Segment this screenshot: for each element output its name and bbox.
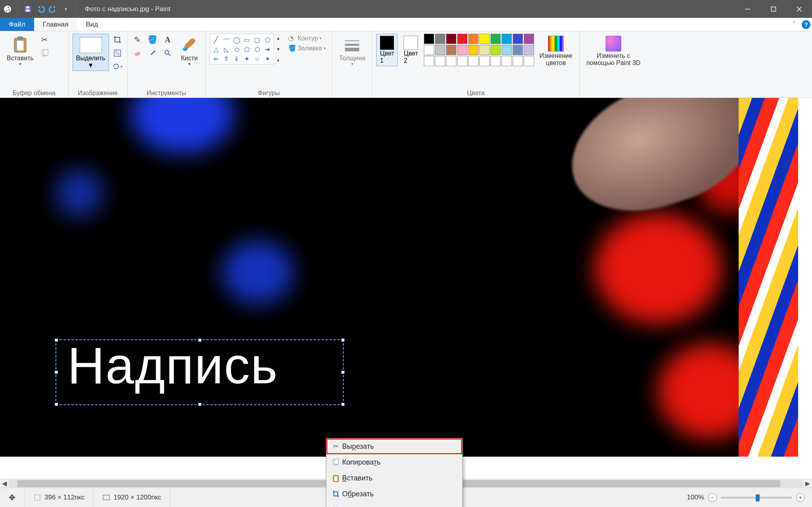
color-swatch[interactable] [502,34,512,44]
edit-colors-button[interactable]: Изменение цветов [536,34,575,68]
color-swatch[interactable] [435,45,445,55]
shape-oval-icon[interactable]: ◯ [232,35,241,44]
color-swatch[interactable] [435,34,445,44]
color-swatch[interactable] [468,34,479,44]
customize-qat-icon[interactable]: ▾ [61,4,71,14]
color-swatch[interactable] [524,45,534,55]
color-swatch[interactable] [468,56,479,66]
ctx-select-all[interactable]: Выделить все [326,502,462,507]
color-picker-icon[interactable] [147,47,159,59]
color-swatch[interactable] [490,34,501,44]
color-swatch[interactable] [424,45,434,55]
ctx-cut[interactable]: ✂ Вырезать [326,438,462,454]
shape-star6-icon[interactable]: ✶ [263,54,272,63]
undo-icon[interactable] [35,4,46,14]
color-swatch[interactable] [457,56,467,66]
selection-handle[interactable] [198,339,201,342]
color-swatch[interactable] [479,34,490,44]
color-swatch[interactable] [490,56,501,66]
gallery-down-icon[interactable]: ▼ [275,45,282,54]
selection-handle[interactable] [341,371,345,374]
collapse-ribbon-icon[interactable]: ˄ [788,18,800,31]
paint3d-button[interactable]: Изменить с помощью Paint 3D [584,34,643,68]
resize-icon[interactable] [111,47,123,59]
tab-home[interactable]: Главная [34,18,77,31]
shape-roundrect-icon[interactable]: ▢ [253,35,262,44]
shape-arrow-down-icon[interactable]: ⇓ [232,54,241,63]
shape-curve-icon[interactable]: 〰 [222,35,231,44]
scroll-left-icon[interactable]: ◀ [0,479,9,488]
shape-rect-icon[interactable]: ▭ [242,35,252,44]
shape-line-icon[interactable]: ╱ [211,35,221,44]
text-icon[interactable]: A [162,34,174,46]
tab-view[interactable]: Вид [77,18,107,31]
color-swatch[interactable] [502,45,512,55]
redo-icon[interactable] [48,4,58,14]
help-button[interactable]: ? [800,18,812,31]
shape-star5-icon[interactable]: ☆ [253,54,262,63]
selection-handle[interactable] [198,403,201,406]
color-swatch[interactable] [435,56,445,66]
rotate-icon[interactable]: ▾ [111,61,123,73]
color-swatch[interactable] [446,45,456,55]
selection-handle[interactable] [55,371,58,374]
zoom-slider[interactable] [721,497,792,499]
color-swatch[interactable] [446,34,456,44]
color-swatch[interactable] [457,45,467,55]
shape-triangle-icon[interactable]: △ [211,45,221,54]
color-swatch[interactable] [513,56,523,66]
shape-star4-icon[interactable]: ✦ [242,54,252,63]
select-button[interactable]: Выделить ▼ [73,34,109,71]
shape-outline-button[interactable]: ◔Контур ▾ [286,34,328,43]
color-swatch[interactable] [490,45,501,55]
color-swatch[interactable] [446,56,456,66]
shape-hexagon-icon[interactable]: ⬡ [253,45,262,54]
color-swatch[interactable] [502,56,512,66]
fill-icon[interactable]: 🪣 [147,34,159,46]
selection-handle[interactable] [55,403,58,406]
size-button[interactable]: Толщина ▼ [336,34,368,68]
shape-arrow-right-icon[interactable]: ➔ [263,45,272,54]
shapes-gallery[interactable]: ╱ 〰 ◯ ▭ ▢ ⬠ △ ◺ ◇ ⬠ ⬡ ➔ ⇐ ⇑ ⇓ [210,34,274,65]
ctx-copy[interactable]: Копировать [326,454,462,470]
tab-file[interactable]: Файл [0,18,34,31]
ctx-paste[interactable]: Вставить [326,470,462,486]
color-swatch[interactable] [479,45,490,55]
maximize-button[interactable] [760,0,786,18]
magnifier-icon[interactable] [162,47,174,59]
paste-button[interactable]: Вставить ▼ [4,34,36,68]
selection-handle[interactable] [341,339,345,342]
shape-fill-button[interactable]: 🪣Заливка ▾ [286,44,328,53]
copy-icon[interactable] [39,47,51,59]
shape-right-triangle-icon[interactable]: ◺ [222,45,231,54]
canvas[interactable]: Надпись [0,98,812,457]
shape-polygon-icon[interactable]: ⬠ [263,35,272,44]
color-swatch[interactable] [424,34,434,44]
close-button[interactable] [786,0,812,18]
color-swatch[interactable] [457,34,467,44]
selection-box[interactable] [56,339,344,405]
shape-arrow-left-icon[interactable]: ⇐ [211,54,221,63]
color1-button[interactable]: Цвет 1 [376,34,398,66]
color-swatch[interactable] [513,45,523,55]
shape-diamond-icon[interactable]: ◇ [232,45,241,54]
color-swatch[interactable] [524,56,534,66]
gallery-up-icon[interactable]: ▲ [275,34,282,42]
selection-handle[interactable] [55,339,58,342]
save-icon[interactable] [23,4,33,14]
zoom-slider-thumb[interactable] [756,494,760,501]
color2-button[interactable]: Цвет 2 [400,34,421,66]
color-swatch[interactable] [424,56,434,66]
shape-arrow-up-icon[interactable]: ⇑ [222,54,231,63]
cut-icon[interactable]: ✂ [39,34,51,46]
shape-pentagon-icon[interactable]: ⬠ [242,45,252,54]
color-swatch[interactable] [524,34,534,44]
color-swatch[interactable] [479,56,490,66]
brushes-button[interactable]: Кисти ▼ [178,34,201,68]
eraser-icon[interactable] [132,47,144,59]
zoom-in-button[interactable]: + [796,493,805,502]
minimize-button[interactable] [735,0,760,18]
scroll-right-icon[interactable]: ▶ [803,479,812,488]
zoom-out-button[interactable]: − [708,493,717,502]
pencil-icon[interactable]: ✎ [132,34,144,46]
